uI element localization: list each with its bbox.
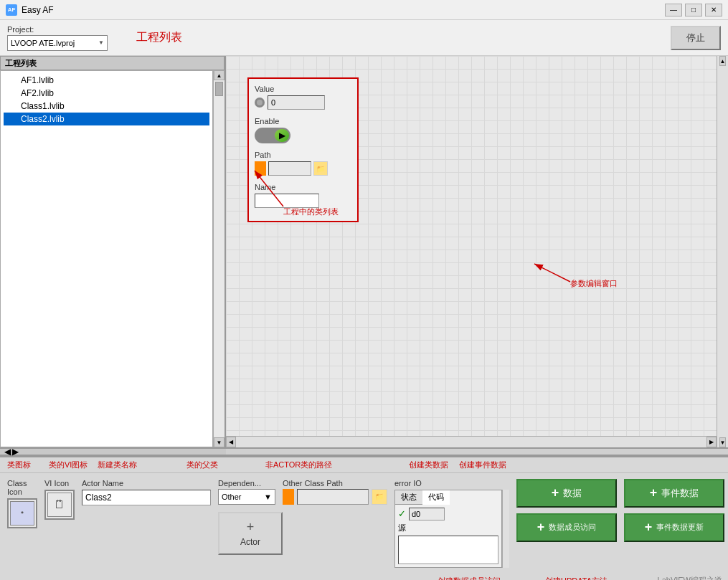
window-controls: — □ ✕ <box>665 4 722 16</box>
error-check-row: ✓ d0 <box>398 508 498 520</box>
enable-toggle[interactable]: ▶ <box>255 128 290 143</box>
other-class-path-input[interactable] <box>297 489 369 505</box>
data-button[interactable]: + 数据 <box>516 479 617 508</box>
ann-create-event: 创建事件数据 <box>459 460 506 470</box>
member-access-button[interactable]: + 数据成员访问 <box>516 513 617 542</box>
right-button-group: + 数据 + 事件数据 + 数据成员访问 + 事件数据更新 <box>516 479 724 568</box>
value-row: Value 0 <box>255 85 351 110</box>
tree-item-class1[interactable]: Class1.lvlib <box>4 100 209 113</box>
actor-button[interactable]: + Actor <box>218 512 283 555</box>
scroll-down-button[interactable]: ▼ <box>214 437 224 447</box>
project-select: LVOOP ATE.lvproj ▼ <box>7 35 108 51</box>
project-label: Project: <box>7 25 108 34</box>
dependency-label: Dependen... <box>218 479 275 488</box>
bottom-controls: Class Icon * VI Icon 🗒 Actor Name Class2 <box>0 473 728 574</box>
path-input-row: 📁 <box>255 161 351 176</box>
ann-non-actor-path: 非ACTOR类的路径 <box>265 460 332 470</box>
canvas-scroll-up[interactable]: ▲ <box>719 56 727 66</box>
tree-item-af1[interactable]: AF1.lvlib <box>4 74 209 87</box>
ann-create-data-update: 创建UPDATA方法 <box>545 576 608 580</box>
error-status-tab[interactable]: 状态 <box>395 490 422 505</box>
right-arrow-icon: ▶ <box>12 447 19 457</box>
dependency-group: Dependen... Other ▼ Other Class Path 📁 <box>218 479 387 568</box>
actor-name-group: Actor Name Class2 <box>82 479 211 568</box>
name-input[interactable] <box>255 194 319 208</box>
error-check-icon: ✓ <box>398 508 406 519</box>
value-knob-icon <box>255 98 265 108</box>
annotation-param-editor: 参数编辑窗口 <box>570 278 618 289</box>
param-editor: Value 0 Enable ▶ <box>247 77 359 222</box>
path-browse-icon[interactable]: 📁 <box>313 161 328 176</box>
canvas-grid: Value 0 Enable ▶ <box>226 56 728 447</box>
ann-actor-name: 新建类名称 <box>98 460 137 470</box>
app-icon: AF <box>6 4 17 16</box>
dropdown-arrow-icon: ▼ <box>98 39 104 46</box>
left-panel: 工程列表 AF1.lvlib AF2.lvlib Class1.lvlib Cl… <box>0 56 226 447</box>
divider-left: ◀ ▶ <box>0 449 226 455</box>
bottom-bar: 类图标 类的VI图标 新建类名称 类的父类 非ACTOR类的路径 创建类数据 创… <box>0 456 728 580</box>
class-icon-box[interactable]: * <box>7 498 37 528</box>
ann-parent-class: 类的父类 <box>186 460 218 470</box>
annotation-bar: 类图标 类的VI图标 新建类名称 类的父类 非ACTOR类的路径 创建类数据 创… <box>0 457 728 473</box>
left-arrow-icon: ◀ <box>4 447 11 457</box>
project-list-title: 工程列表 <box>136 30 182 45</box>
other-class-path-label: Other Class Path <box>283 479 387 488</box>
main-layout: 工程列表 AF1.lvlib AF2.lvlib Class1.lvlib Cl… <box>0 56 728 447</box>
value-input[interactable]: 0 <box>268 95 325 110</box>
ann-create-member-access: 创建数据成员访问 <box>438 576 501 580</box>
event-plus-icon: + <box>650 485 658 500</box>
error-io-box: 状态 代码 ✓ d0 源 <box>394 490 502 568</box>
dep-dropdown-arrow-icon: ▼ <box>264 493 272 501</box>
stop-button[interactable]: 停止 <box>671 26 721 50</box>
error-source-label: 源 <box>398 523 406 533</box>
scroll-track <box>214 80 224 437</box>
actor-name-input[interactable]: Class2 <box>82 490 211 505</box>
error-source-textarea[interactable] <box>398 536 498 564</box>
vi-icon-inner: 🗒 <box>47 493 72 517</box>
member-plus-icon: + <box>537 520 545 535</box>
member-btn-label: 数据成员访问 <box>549 522 596 533</box>
resize-divider[interactable]: ◀ ▶ <box>0 447 728 456</box>
tree-item-af2[interactable]: AF2.lvlib <box>4 87 209 100</box>
error-io-label: error IO <box>394 479 509 488</box>
ann-class-icon: 类图标 <box>7 460 31 470</box>
path-label: Path <box>255 151 351 159</box>
event-data-btn-label: 事件数据 <box>661 487 699 500</box>
panel-with-scroll: AF1.lvlib AF2.lvlib Class1.lvlib Class2.… <box>0 70 224 447</box>
svg-line-2 <box>534 264 570 282</box>
canvas-scroll-right[interactable]: ▶ <box>706 437 717 447</box>
app-title: Easy AF <box>22 5 665 15</box>
path-row: Path 📁 <box>255 151 351 176</box>
bottom-annotation-bar: 创建数据成员访问 创建UPDATA方法 LabVIEW编程之道 <box>0 574 728 580</box>
update-btn-label: 事件数据更新 <box>656 522 704 533</box>
data-update-button[interactable]: + 事件数据更新 <box>624 513 724 542</box>
close-button[interactable]: ✕ <box>705 4 722 16</box>
tree-view: AF1.lvlib AF2.lvlib Class1.lvlib Class2.… <box>0 70 213 447</box>
other-class-browse-icon[interactable]: 📁 <box>372 489 387 505</box>
maximize-button[interactable]: □ <box>685 4 702 16</box>
enable-row: Enable ▶ <box>255 117 351 143</box>
minimize-button[interactable]: — <box>665 4 682 16</box>
project-dropdown[interactable]: LVOOP ATE.lvproj ▼ <box>7 35 108 51</box>
scroll-thumb[interactable] <box>215 82 223 96</box>
event-data-button[interactable]: + 事件数据 <box>624 479 724 508</box>
vi-icon-label: VI Icon <box>44 479 75 488</box>
error-code-value: d0 <box>409 508 445 520</box>
left-panel-header: 工程列表 <box>0 56 224 70</box>
tree-item-class2[interactable]: Class2.lvlib <box>4 113 209 125</box>
actor-btn-label: Actor <box>240 537 260 547</box>
class-icon-group: Class Icon * <box>7 479 37 568</box>
update-plus-icon: + <box>645 520 653 535</box>
scroll-up-button[interactable]: ▲ <box>214 70 224 80</box>
vi-icon-box[interactable]: 🗒 <box>44 490 75 520</box>
path-input[interactable] <box>268 161 311 176</box>
error-code-tab[interactable]: 代码 <box>422 490 450 505</box>
canvas-scroll-left[interactable]: ◀ <box>226 437 236 447</box>
name-label: Name <box>255 183 351 191</box>
dependency-dropdown[interactable]: Other ▼ <box>218 489 275 505</box>
actor-plus-icon: + <box>247 520 255 535</box>
data-plus-icon: + <box>552 485 559 500</box>
bottom-btn-row: + 数据成员访问 + 事件数据更新 <box>516 513 724 542</box>
canvas-scroll-down[interactable]: ▼ <box>719 437 727 447</box>
watermark: LabVIEW编程之道 <box>658 575 722 580</box>
